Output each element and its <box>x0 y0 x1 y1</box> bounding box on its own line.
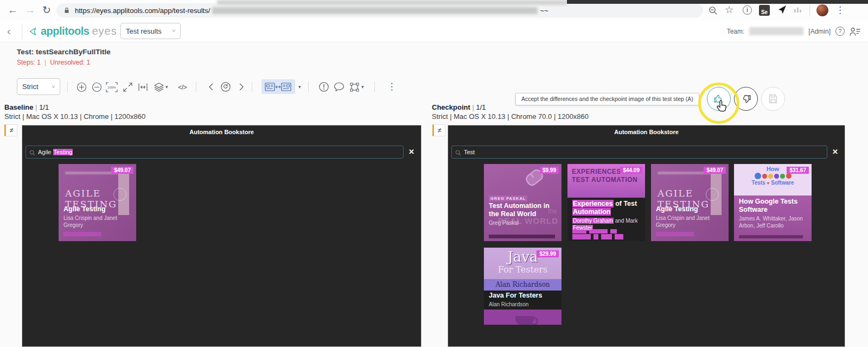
book-card: How Tests ♥ Software $31.67 How Google T… <box>734 164 812 241</box>
browser-reload-icon[interactable]: ↻ <box>42 4 51 16</box>
comment-button[interactable] <box>333 80 346 93</box>
next-step-button[interactable] <box>235 80 248 93</box>
side-by-side-view-toggle[interactable] <box>261 79 295 94</box>
book-card: AGILE TESTING $49.07 Agile Testing Lisa … <box>59 164 136 241</box>
previous-step-button[interactable] <box>205 80 218 93</box>
book-title: Test Automation in the Real World <box>489 202 558 218</box>
zoom-indicator-icon[interactable] <box>709 6 718 15</box>
admin-label: [Admin] <box>808 28 831 35</box>
unresolved-count: Unresolved: 1 <box>50 59 90 66</box>
baseline-label: Baseline | 1/1 <box>4 103 49 111</box>
checkpoint-screenshot-panel[interactable]: Automation Bookstore Test ✕ $9.99 the RE… <box>448 125 845 347</box>
cover-author-label: Alan Richardson <box>484 279 561 291</box>
toolbar-divider <box>67 81 68 92</box>
region-caret-icon[interactable]: ▾ <box>361 84 364 90</box>
account-icon[interactable] <box>850 27 860 36</box>
coffee-cup-illustration <box>484 310 561 325</box>
test-steps-status: Steps: 1|Unresolved: 1 <box>17 59 90 66</box>
price-badge: $49.07 <box>111 167 133 174</box>
layers-caret-icon[interactable]: ▾ <box>165 84 168 90</box>
applitools-test-results-page: ← → ↻ https://eyes.applitools.com/app/te… <box>0 0 868 347</box>
bookstore-app-title: Automation Bookstore <box>448 129 845 135</box>
view-select-value: Test results <box>126 27 162 35</box>
browser-back-icon[interactable]: ← <box>8 4 18 16</box>
book-authors: Lisa Crispin and Janet Gregory <box>63 214 133 229</box>
checkpoint-step-count: 1/1 <box>476 103 486 111</box>
price-badge: $49.07 <box>704 167 726 174</box>
save-floppy-icon <box>767 93 779 105</box>
zoom-out-button[interactable] <box>90 80 103 93</box>
book-card: AGILE TESTING $49.07 Agile Testing Lisa … <box>651 164 729 241</box>
book-title: Agile Testing <box>63 205 133 213</box>
url-redacted-blur <box>212 7 538 14</box>
bookstore-search-input: Agile Testing <box>25 146 404 159</box>
search-clear-icon: ✕ <box>409 148 414 156</box>
test-title: Test: testSearchByFullTitle <box>17 48 111 56</box>
book-card: Java For Testers Alan Richardson Java Fo… <box>484 248 561 325</box>
info-extension-icon[interactable]: i <box>743 5 752 15</box>
fullscreen-button[interactable] <box>121 80 134 93</box>
toolbar-divider <box>252 81 252 92</box>
applitools-logo[interactable]: applitoolseyes <box>28 25 117 37</box>
window-edge-strip <box>567 0 868 4</box>
book-title: Experiences of Test Automation <box>572 200 642 216</box>
save-button[interactable] <box>761 87 785 111</box>
chevron-down-icon: ˅ <box>52 84 55 90</box>
view-select[interactable]: Test results ˅ <box>120 23 181 39</box>
checkpoint-environment: Strict | Mac OS X 10.13 | Chrome 70.0 | … <box>432 112 589 121</box>
search-icon <box>29 150 35 156</box>
checkpoint-diff-badge: ≠ <box>432 124 445 136</box>
checkpoint-label: Checkpoint | 1/1 <box>432 103 486 111</box>
book-authors: Dorothy Graham and Mark Fewster <box>572 217 642 231</box>
browser-forward-icon[interactable]: → <box>25 4 35 16</box>
back-chevron-button[interactable]: ‹ <box>7 25 11 37</box>
browser-menu-icon[interactable]: ⋮ <box>835 4 845 17</box>
zoom-in-button[interactable] <box>75 80 88 93</box>
zoom-level-text: 100% <box>107 86 116 89</box>
baseline-screenshot-panel[interactable]: Automation Bookstore Agile Testing ✕ AGI… <box>22 125 422 347</box>
header-divider <box>22 24 22 39</box>
app-header: ‹ applitoolseyes Test results ˅ Team: [A… <box>0 21 868 42</box>
code-view-button[interactable]: </> <box>174 80 190 93</box>
baseline-step-count: 1/1 <box>39 103 49 111</box>
url-text: https://eyes.applitools.com/app/test-res… <box>75 7 210 15</box>
inactive-extension-icon[interactable] <box>794 8 801 12</box>
price-badge: $9.99 <box>540 167 559 174</box>
layers-button[interactable] <box>152 80 165 93</box>
view-toggle-caret-icon[interactable]: ▾ <box>298 84 301 90</box>
price-badge: $29.99 <box>537 250 559 257</box>
baseline-diff-badge: ≠ <box>4 124 17 136</box>
toolbar-divider <box>374 81 375 92</box>
search-icon <box>455 150 461 156</box>
heart-icon: ♥ <box>767 181 770 186</box>
book-authors: James A. Whittaker, Jason Arbon, Jeff Ca… <box>739 215 808 229</box>
url-suffix: ~~ <box>540 7 548 15</box>
chevron-down-icon: ˅ <box>173 28 175 34</box>
logo-text-secondary: eyes <box>92 25 117 37</box>
fit-width-button[interactable] <box>136 80 149 93</box>
overflow-menu-button[interactable]: ⋮ <box>385 80 398 93</box>
profile-avatar[interactable] <box>816 4 828 16</box>
zoom-100-button[interactable]: 100% <box>105 80 118 93</box>
bookmark-star-icon[interactable]: ☆ <box>725 4 733 16</box>
current-step-button[interactable] <box>219 80 232 93</box>
book-card: EXPERIENCES TEST AUTOMATION $44.09 Exper… <box>567 164 645 241</box>
toolbar-divider <box>196 81 196 92</box>
team-label: Team: <box>727 28 745 35</box>
region-select-button[interactable] <box>348 80 361 93</box>
selenium-extension-icon[interactable]: Se <box>759 5 770 16</box>
diff-highlighted-text: Testing <box>53 149 73 155</box>
toolbar-divider <box>308 81 309 92</box>
price-badge: $31.67 <box>787 167 809 174</box>
bookstore-app-title: Automation Bookstore <box>22 129 421 135</box>
side-by-side-icon <box>265 82 292 92</box>
help-icon[interactable]: ? <box>835 27 845 36</box>
url-address-bar[interactable]: https://eyes.applitools.com/app/test-res… <box>56 3 703 17</box>
search-clear-icon: ✕ <box>832 148 838 156</box>
thumbs-down-icon <box>740 93 752 105</box>
lock-icon <box>63 7 71 14</box>
kite-extension-icon[interactable] <box>777 4 788 15</box>
issues-button[interactable] <box>317 80 330 93</box>
match-level-select[interactable]: Strict ˅ <box>17 78 60 95</box>
book-authors: Lisa Crispin and Janet Gregory <box>656 214 725 229</box>
